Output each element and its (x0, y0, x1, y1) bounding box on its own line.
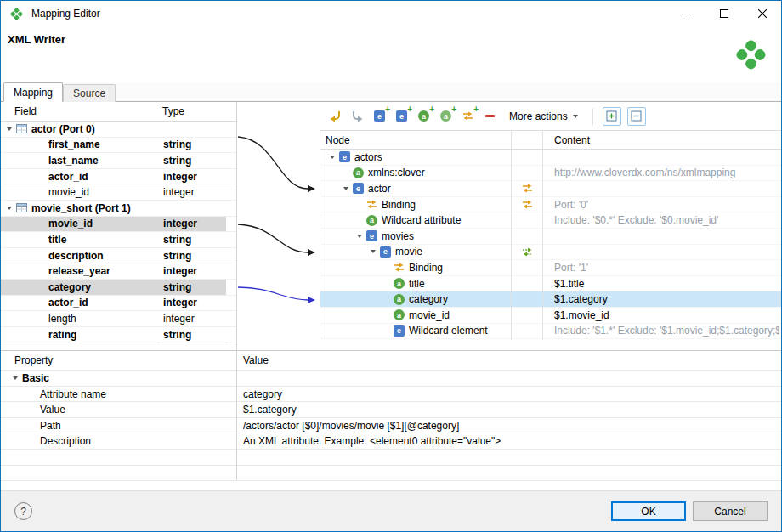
column-header-node: Node (326, 134, 350, 146)
node-row[interactable]: a title $1.title (320, 276, 782, 292)
port-icon (16, 124, 27, 133)
field-row[interactable]: lengthinteger (1, 311, 236, 327)
property-row[interactable]: Description An XML attribute. Example: <… (1, 433, 781, 450)
app-icon (9, 7, 24, 21)
more-actions-button[interactable]: More actions (504, 108, 583, 125)
field-row[interactable]: movie_short (Port 1) (1, 201, 236, 217)
help-button[interactable]: ? (14, 502, 32, 520)
field-row[interactable]: movie_idinteger (1, 217, 236, 233)
property-row-empty (1, 450, 781, 466)
expander-icon[interactable] (371, 250, 376, 253)
binding-icon (394, 263, 405, 272)
node-content: Include: '$0.*' Exclude: '$0.movie_id' (554, 214, 779, 226)
attribute-icon: a (394, 294, 405, 305)
element-icon: e (353, 183, 364, 194)
node-content: Port: '1' (554, 262, 779, 274)
add-element-icon[interactable]: e+ (394, 108, 410, 124)
port-label: actor (Port 0) (31, 123, 95, 135)
title-bar: Mapping Editor (1, 1, 781, 26)
close-icon (758, 9, 767, 18)
node-row[interactable]: Binding Port: '1' (320, 260, 782, 276)
field-row[interactable]: movie_idinteger (1, 184, 236, 201)
node-row[interactable]: e Wildcard element Include: '$1.*' Exclu… (320, 324, 782, 340)
expander-icon[interactable] (7, 127, 12, 131)
tab-mapping[interactable]: Mapping (3, 82, 63, 102)
field-row[interactable]: actor (Port 0) (1, 122, 236, 138)
expand-all-icon (606, 110, 617, 122)
properties-panel: Property Value Basic Attribute name cate… (1, 350, 781, 481)
field-row[interactable]: descriptionstring (1, 248, 236, 264)
window-title: Mapping Editor (31, 8, 100, 20)
node-row[interactable]: a movie_id $1.movie_id (320, 308, 782, 324)
property-row[interactable]: Value $1.category (1, 402, 781, 418)
node-content: Port: '0' (554, 199, 779, 211)
property-value: /actors/actor [$0]/movies/movie [$1][@ca… (243, 418, 778, 434)
minimize-icon (682, 9, 690, 18)
node-row[interactable]: Binding Port: '0' (320, 197, 782, 213)
node-row[interactable]: e actors (320, 150, 782, 166)
expander-icon[interactable] (343, 187, 348, 190)
element-icon: e (366, 230, 377, 241)
node-content: Include: '$1.*' Exclude: '$1.movie_id;$1… (554, 325, 779, 337)
attribute-icon: a (394, 309, 405, 320)
expander-icon[interactable] (13, 376, 18, 380)
recurring-binding-icon (514, 247, 540, 257)
group-label: Basic (22, 371, 49, 387)
remove-icon[interactable] (482, 108, 498, 124)
add-binding-icon[interactable]: + (460, 108, 476, 124)
property-group-row[interactable]: Basic (1, 371, 781, 387)
node-row-selected[interactable]: a category $1.category (320, 291, 782, 308)
button-bar: ? OK Cancel (1, 490, 781, 531)
element-icon: e (394, 325, 405, 337)
minimize-button[interactable] (666, 1, 705, 26)
property-row[interactable]: Attribute name category (1, 387, 781, 403)
node-row[interactable]: a Wildcard attribute Include: '$0.*' Exc… (320, 212, 782, 229)
node-row[interactable]: e movie (320, 245, 782, 261)
node-row[interactable]: a xmlns:clover http://www.cloverdx.com/n… (320, 166, 782, 182)
unmap-field-icon[interactable] (349, 108, 366, 124)
mapping-toolbar: e+ e+ a+ a+ + More actions (320, 102, 780, 130)
cancel-button[interactable]: Cancel (693, 501, 768, 521)
binding-icon (366, 200, 377, 209)
fields-panel: Field Type actor (Port 0) first_namestri… (1, 102, 236, 342)
tree-header: Node Content (320, 130, 782, 150)
element-icon: e (380, 246, 391, 258)
field-row[interactable]: actor_idinteger (1, 296, 236, 312)
field-row[interactable]: last_namestring (1, 153, 236, 169)
properties-header: Property Value (1, 351, 781, 371)
field-row[interactable]: actor_idinteger (1, 169, 236, 185)
field-row[interactable]: ratingstring (1, 327, 236, 343)
node-row[interactable]: e actor (320, 181, 782, 197)
expand-all-button[interactable] (603, 107, 621, 126)
expander-icon[interactable] (357, 235, 362, 238)
maximize-button[interactable] (705, 1, 743, 26)
column-header-field: Field (14, 105, 37, 117)
toolbar-separator (592, 108, 593, 125)
add-child-element-icon[interactable]: e+ (371, 108, 388, 124)
field-row[interactable]: categorystring (1, 280, 236, 296)
ok-button[interactable]: OK (611, 501, 686, 521)
binding-indicator-icon (514, 200, 540, 209)
more-actions-label: More actions (509, 110, 568, 122)
add-wildcard-attribute-icon[interactable]: a+ (438, 108, 454, 124)
tab-source[interactable]: Source (63, 84, 116, 102)
map-field-icon[interactable] (327, 108, 343, 124)
column-header-content: Content (554, 134, 590, 146)
mapping-arrows (236, 102, 320, 350)
attribute-icon: a (394, 278, 405, 289)
expander-icon[interactable] (330, 156, 335, 159)
property-value: $1.category (243, 402, 778, 418)
field-row[interactable]: titlestring (1, 232, 236, 248)
property-value: category (243, 387, 778, 403)
attribute-icon: a (366, 215, 377, 226)
collapse-all-button[interactable] (627, 107, 646, 126)
column-header-value: Value (243, 354, 269, 366)
add-attribute-icon[interactable]: a+ (416, 108, 432, 124)
field-row[interactable]: first_namestring (1, 138, 236, 154)
close-button[interactable] (743, 1, 781, 26)
property-row[interactable]: Path /actors/actor [$0]/movies/movie [$1… (1, 418, 781, 434)
node-row[interactable]: e movies (320, 229, 782, 245)
field-row[interactable]: release_yearinteger (1, 263, 236, 280)
expander-icon[interactable] (7, 207, 12, 210)
mapping-editor-dialog: Mapping Editor XML Writer Mapping Source… (0, 0, 782, 532)
